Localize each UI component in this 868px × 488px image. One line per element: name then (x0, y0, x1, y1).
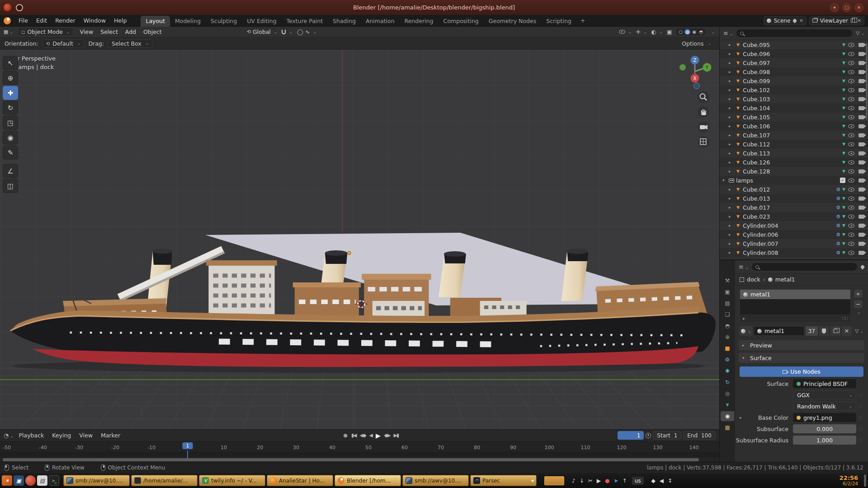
expand-caret-icon[interactable]: ▸ (729, 142, 733, 146)
viewport-menu-item[interactable]: View (76, 28, 97, 35)
object-visibility-dropdown[interactable]: ⌄ (619, 30, 632, 34)
tab-output[interactable]: ▤ (721, 298, 734, 308)
app-menu-icon[interactable] (2, 475, 12, 486)
keyboard-layout-indicator[interactable]: us (632, 477, 644, 485)
hide-in-viewport-eye-icon[interactable] (847, 106, 855, 110)
workspace-tab[interactable]: Compositing (438, 16, 483, 27)
new-material-copy-icon[interactable] (830, 326, 840, 336)
expand-caret-icon[interactable]: ▸ (729, 205, 733, 210)
mode-dropdown[interactable]: ◻ Object Mode ⌄ (18, 28, 74, 36)
outliner-row[interactable]: ▸ ▼ Cylinder.008 ⚙ ▼ (720, 248, 868, 257)
surface-section-header[interactable]: ▾Surface (739, 353, 864, 363)
volume-icon[interactable]: ◀ (660, 478, 664, 484)
use-preview-range-icon[interactable] (646, 433, 651, 438)
tab-world[interactable]: ⊕ (721, 332, 734, 342)
filter-icon[interactable]: ▽⌄ (856, 30, 864, 36)
property-value-field[interactable]: Principled BSDF ⌄ (793, 379, 856, 388)
workspace-tab[interactable]: Texture Paint (281, 16, 328, 27)
hide-in-viewport-eye-icon[interactable] (847, 215, 855, 219)
modifier-wrench-icon[interactable]: ⚙ (836, 259, 840, 260)
property-value-field[interactable]: grey1.png ⌄ (793, 413, 856, 422)
tool-cursor[interactable]: ⊕ (3, 71, 18, 85)
outliner-row[interactable]: ▸ ▼ Cube.103 ▼ (720, 94, 868, 103)
workspace-tab[interactable]: Animation (361, 16, 400, 27)
decorator[interactable] (856, 427, 864, 431)
shading-options-arrow-icon[interactable]: ⌄ (711, 30, 715, 34)
taskbar-window-button[interactable]: /home/amalie/... (131, 475, 198, 486)
minimize-button[interactable]: ▾ (830, 3, 839, 12)
viewport-menu-item[interactable]: Add (122, 28, 140, 35)
add-workspace-button[interactable]: + (576, 15, 590, 26)
timeline-scrollbar-thumb[interactable] (3, 458, 699, 461)
property-value-field[interactable]: 1.000 ⌄ (793, 436, 856, 445)
expand-caret-icon[interactable]: ▸ (729, 196, 733, 201)
taskbar-window-button[interactable]: Parsec ◀ (470, 475, 537, 486)
property-value-field[interactable]: GGX ⌄ (793, 390, 856, 399)
outliner-row[interactable]: ▸ ▼ Cylinder.006 ⚙ ▼ (720, 230, 868, 239)
tool-rotate[interactable]: ↻ (3, 101, 18, 115)
outliner-row[interactable]: ▾ lamps ✓ (720, 176, 868, 185)
expand-caret-icon[interactable]: ▾ (722, 178, 727, 183)
hide-in-viewport-eye-icon[interactable] (847, 88, 855, 92)
disable-in-renders-camera-icon[interactable] (857, 233, 865, 237)
timeline-ruler-area[interactable]: -50-40-30-20-101020304050607080901001101… (0, 441, 719, 462)
forward-cabin[interactable] (293, 282, 361, 316)
play-icon[interactable]: ▶ (597, 478, 601, 484)
hide-in-viewport-eye-icon[interactable] (847, 233, 855, 237)
drag-setting-dropdown[interactable]: Select Box ⌄ (108, 39, 153, 48)
hide-in-viewport-eye-icon[interactable] (847, 97, 855, 101)
outliner-search-input[interactable] (736, 29, 853, 38)
disable-in-renders-camera-icon[interactable] (857, 61, 865, 65)
perspective-grid-icon[interactable] (698, 136, 709, 148)
modifier-wrench-icon[interactable]: ⚙ (836, 214, 840, 220)
expand-caret-icon[interactable]: ▸ (729, 115, 733, 119)
modifier-wrench-icon[interactable]: ⚙ (836, 223, 840, 229)
disable-in-renders-camera-icon[interactable] (857, 151, 865, 155)
prev-keyframe-button[interactable]: ◀◆ (359, 432, 365, 438)
expand-caret-icon[interactable]: ▸ (729, 223, 733, 228)
hide-in-viewport-eye-icon[interactable] (847, 206, 855, 210)
material-name-field[interactable]: metal1 (754, 326, 804, 336)
disable-in-renders-camera-icon[interactable] (857, 115, 865, 119)
disable-in-renders-camera-icon[interactable] (857, 106, 865, 110)
disable-in-renders-camera-icon[interactable] (857, 215, 865, 219)
disable-in-renders-camera-icon[interactable] (857, 188, 865, 192)
workspace-tab[interactable]: Shading (328, 16, 361, 27)
tool-add-cube[interactable]: ◫ (3, 179, 18, 193)
hide-in-viewport-eye-icon[interactable] (847, 115, 855, 119)
expand-caret-icon[interactable]: ▸ (729, 241, 733, 246)
slot-specials-icon[interactable]: ⌄ (857, 310, 861, 314)
decorator[interactable] (856, 405, 864, 408)
disable-in-renders-camera-icon[interactable] (857, 133, 865, 137)
disable-in-renders-camera-icon[interactable] (857, 169, 865, 174)
outliner-row[interactable]: ▸ ▼ Cube.099 ▼ (720, 76, 868, 85)
outliner-row[interactable]: ▸ ▼ Cube.102 ▼ (720, 85, 868, 94)
collection-checkbox[interactable]: ✓ (840, 178, 845, 183)
copy-viewlayer-icon[interactable] (851, 19, 855, 23)
outliner-row[interactable]: ▸ ▼ Cube.106 ▼ (720, 122, 868, 131)
outliner-row[interactable]: ▸ ▼ Cylinder.004 ⚙ ▼ (720, 221, 868, 230)
clock[interactable]: 22:56 6/2/24 (840, 475, 861, 487)
browser-icon[interactable] (25, 475, 36, 486)
jump-to-start-button[interactable]: ▮◀ (351, 432, 356, 438)
disable-in-renders-camera-icon[interactable] (857, 251, 865, 255)
modifier-wrench-icon[interactable]: ⚙ (836, 187, 840, 192)
hide-in-viewport-eye-icon[interactable] (847, 133, 855, 137)
midship-superstructure[interactable] (362, 274, 431, 318)
tab-object[interactable]: ■ (721, 343, 734, 353)
use-nodes-button[interactable]: Use Nodes (740, 366, 863, 377)
disable-in-renders-camera-icon[interactable] (857, 197, 865, 201)
unlink-material-icon[interactable]: ✕ (842, 326, 852, 336)
taskbar-window-button[interactable]: Blender [/hom... (335, 475, 401, 486)
expand-arrow-icon[interactable]: ▸ (740, 415, 742, 420)
tool-scale[interactable]: ◳ (3, 116, 18, 130)
outliner-row[interactable]: ▸ ▼ Cube.098 ▼ (720, 67, 868, 76)
workspace-tab[interactable]: Layout (141, 16, 170, 27)
outliner-row[interactable]: ▸ ▼ Cube.105 ▼ (720, 113, 868, 122)
outliner-row[interactable]: ▸ ▼ Cube.104 ▼ (720, 103, 868, 113)
remove-slot-button[interactable]: − (854, 300, 863, 309)
outliner-row[interactable]: ▸ ▼ Cube.107 ▼ (720, 131, 868, 140)
gizmo-dropdown[interactable]: ✛⌄ (636, 28, 647, 35)
disable-in-renders-camera-icon[interactable] (857, 142, 865, 146)
upload-icon[interactable]: ↑ (623, 478, 627, 484)
